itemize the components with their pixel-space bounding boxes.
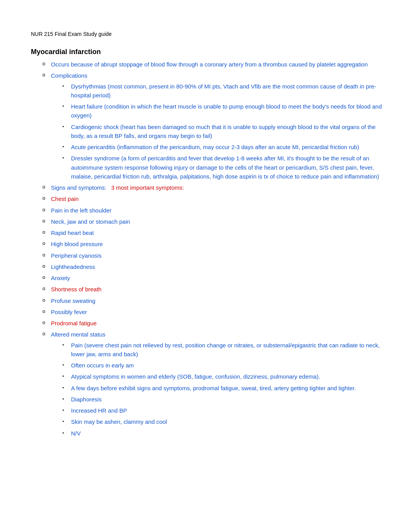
prodromal-fatigue-text: Prodromal fatigue [51,320,97,326]
list-item-occurs: Occurs because of abrupt stoppage of blo… [42,60,387,69]
list-item-anxiety: Anxiety [42,274,387,282]
anxiety-text: Anxiety [51,275,70,281]
altered-mental-text: Altered mental status [51,331,105,338]
list-item-left-shoulder: Pain in the left shoulder [42,206,387,215]
rapid-heart-text: Rapid heart beat [51,229,94,236]
list-item-high-bp: High blood pressure [42,240,387,248]
altered-mental-list: Pain (severe chest pain not relieved by … [63,341,387,438]
sub-pain-text: Pain (severe chest pain not relieved by … [71,342,380,357]
complication-heart-failure: Heart failure (condition in which the he… [63,102,387,120]
high-bp-text: High blood pressure [51,241,103,247]
complication-dressler-text: Dressler syndrome (a form of pericarditi… [71,155,379,180]
list-item-shortness-breath: Shortness of breath [42,285,387,294]
left-shoulder-text: Pain in the left shoulder [51,207,112,214]
complications-list: Dysrhythmias (most common, present in 80… [63,82,387,181]
sub-increased-hr-bp: Increased HR and BP [63,406,387,415]
shortness-breath-text: Shortness of breath [51,286,102,292]
chest-pain-text: Chest pain [51,195,79,202]
list-item-prodromal-fatigue: Prodromal fatigue [42,319,387,328]
sub-nv: N/V [63,429,387,438]
list-item-neck-jaw: Neck, jaw and or stomach pain [42,217,387,226]
sub-diaphoresis: Diaphoresis [63,395,387,404]
sub-few-days: A few days before exhibit signs and symp… [63,384,387,393]
list-item-profuse-sweating: Profuse sweating [42,296,387,305]
lightheadedness-text: Lightheadedness [51,263,95,270]
list-item-lightheadedness: Lightheadedness [42,262,387,271]
page-title: NUR 215 Final Exam Study guide [31,31,387,37]
complication-heart-failure-text: Heart failure (condition in which the he… [71,103,382,119]
sub-early-am-text: Often occurs in early am [71,362,134,369]
list-item-possibly-fever: Possibly fever [42,308,387,316]
main-list: Occurs because of abrupt stoppage of blo… [42,60,387,438]
sub-increased-hr-bp-text: Increased HR and BP [71,407,127,414]
complication-dysrhythmias: Dysrhythmias (most common, present in 80… [63,82,387,100]
list-item-complications: Complications Dysrhythmias (most common,… [42,71,387,181]
sub-diaphoresis-text: Diaphoresis [71,396,102,403]
sub-skin-ashen-text: Skin may be ashen, clammy and cool [71,418,167,425]
signs-important-text: 3 most important symptoms: [111,184,184,191]
sub-atypical: Atypical symptoms in women and elderly (… [63,372,387,381]
sub-early-am: Often occurs in early am [63,361,387,370]
list-item-rapid-heart: Rapid heart beat [42,228,387,237]
sub-atypical-text: Atypical symptoms in women and elderly (… [71,373,320,380]
list-item-altered-mental: Altered mental status Pain (severe chest… [42,330,387,438]
sub-few-days-text: A few days before exhibit signs and symp… [71,385,356,391]
section-heading: Myocardial infarction [31,48,387,56]
list-item-signs-header: Signs and symptoms: 3 most important sym… [42,183,387,192]
complication-cardiogenic-shock-text: Cardiogenic shock (heart has been damage… [71,124,376,139]
complications-label: Complications [51,72,87,79]
occurs-text: Occurs because of abrupt stoppage of blo… [51,61,368,68]
sub-nv-text: N/V [71,430,81,437]
complication-acute-pericarditis-text: Acute pericarditis (inflammation of the … [71,144,359,150]
possibly-fever-text: Possibly fever [51,309,87,315]
list-item-chest-pain: Chest pain [42,194,387,203]
signs-symptoms-text: Signs and symptoms: [51,184,111,191]
complication-cardiogenic-shock: Cardiogenic shock (heart has been damage… [63,122,387,141]
complication-dressler: Dressler syndrome (a form of pericarditi… [63,154,387,181]
profuse-sweating-text: Profuse sweating [51,297,95,304]
complication-dysrhythmias-text: Dysrhythmias (most common, present in 80… [71,83,376,99]
sub-pain: Pain (severe chest pain not relieved by … [63,341,387,359]
list-item-peripheral-cyanosis: Peripheral cyanosis [42,251,387,260]
complication-acute-pericarditis: Acute pericarditis (inflammation of the … [63,143,387,151]
neck-jaw-text: Neck, jaw and or stomach pain [51,218,130,225]
peripheral-cyanosis-text: Peripheral cyanosis [51,252,102,259]
sub-skin-ashen: Skin may be ashen, clammy and cool [63,417,387,426]
